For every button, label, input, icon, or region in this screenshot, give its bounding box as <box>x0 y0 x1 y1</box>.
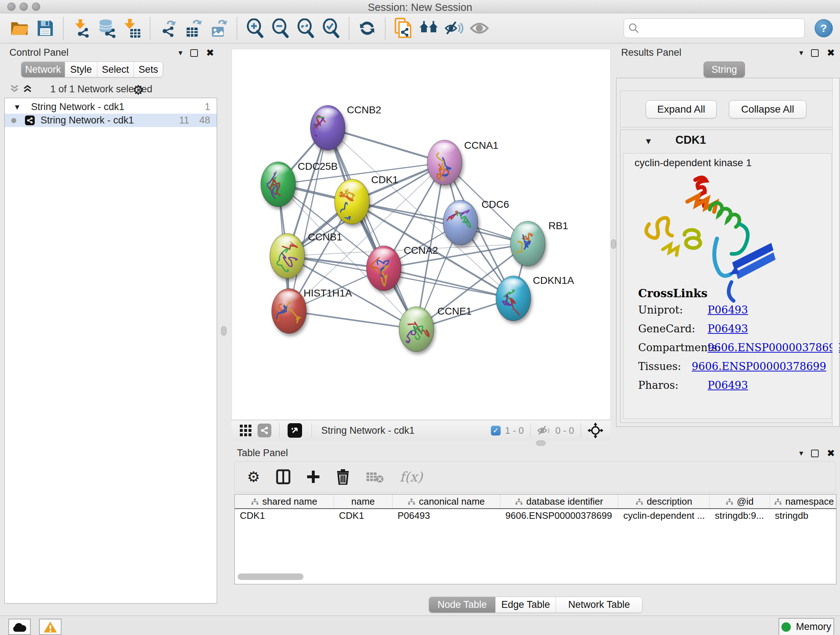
table-panel-menu-button[interactable]: ▾ <box>799 448 803 458</box>
column-header-database-identifier[interactable]: database identifier <box>500 494 618 508</box>
tab-node-table[interactable]: Node Table <box>429 597 496 613</box>
control-panel-menu-button[interactable]: ▾ <box>178 48 182 57</box>
results-panel-float-button[interactable] <box>811 49 819 57</box>
tab-network-table[interactable]: Network Table <box>556 597 642 613</box>
network-overview-icon[interactable] <box>257 424 271 437</box>
results-panel-menu-button[interactable]: ▾ <box>799 48 803 57</box>
zoom-in-button[interactable] <box>245 18 265 39</box>
column-header--id[interactable]: @id <box>710 494 770 508</box>
network-canvas[interactable]: CCNB2CCNA1CDC25BCDK1CDC6RB1CCNB1CCNA2CDK… <box>232 49 611 420</box>
network-node-CCNB2[interactable] <box>302 105 345 150</box>
current-network-name: String Network - cdk1 <box>321 425 415 436</box>
table-cell[interactable]: CDK1 <box>235 509 334 523</box>
network-node-CCNB1[interactable] <box>270 233 305 279</box>
crosslink-link[interactable]: 9606.ENSP00000378699 <box>692 360 826 372</box>
table-cell[interactable]: CDK1 <box>334 509 393 523</box>
crosslinks-title: CrossLinks <box>638 287 707 300</box>
save-session-button[interactable] <box>35 18 56 39</box>
delete-column-trash-icon[interactable] <box>336 469 350 485</box>
network-edge-CCNB2-CCNE1[interactable] <box>328 128 416 329</box>
tab-sets[interactable]: Sets <box>134 62 163 77</box>
copy-network-button[interactable] <box>393 18 414 39</box>
tree-expand-triangle-icon[interactable]: ▼ <box>13 103 21 111</box>
tab-edge-table[interactable]: Edge Table <box>496 597 556 613</box>
crosslink-link[interactable]: P06493 <box>707 304 748 316</box>
table-horizontal-scrollbar[interactable] <box>238 573 303 580</box>
network-node-CCNA2[interactable] <box>366 246 401 291</box>
show-columns-icon[interactable] <box>276 469 291 485</box>
refresh-view-button[interactable] <box>357 18 378 39</box>
section-collapse-triangle-icon[interactable]: ▼ <box>644 136 653 146</box>
table-cell[interactable]: stringdb <box>770 509 836 523</box>
column-header-description[interactable]: description <box>618 494 710 508</box>
hide-selected-button[interactable] <box>444 18 464 39</box>
memory-status-button[interactable]: Memory <box>778 618 834 635</box>
column-header-canonical-name[interactable]: canonical name <box>393 494 500 508</box>
results-panel-close-button[interactable]: ✖ <box>827 47 835 59</box>
table-panel-float-button[interactable] <box>811 450 819 457</box>
table-cell[interactable]: P06493 <box>393 509 500 523</box>
zoom-selected-button[interactable] <box>321 18 341 39</box>
open-session-button[interactable] <box>9 18 30 39</box>
table-cell[interactable]: 9606.ENSP00000378699 <box>500 509 618 523</box>
warning-status-button[interactable] <box>39 619 62 635</box>
tab-style[interactable]: Style <box>65 62 97 77</box>
collapse-all-button[interactable]: Collapse All <box>729 100 806 119</box>
delete-table-icon[interactable] <box>366 470 384 483</box>
network-node-CDC25B[interactable] <box>261 162 295 207</box>
table-settings-gear-icon[interactable]: ⚙ <box>247 469 260 485</box>
export-image-button[interactable] <box>208 18 229 39</box>
zoom-out-button[interactable] <box>270 18 291 39</box>
tab-network[interactable]: Network <box>21 62 65 77</box>
network-edge-HIST1H1A-CCNE1[interactable] <box>289 311 416 329</box>
houses-button[interactable] <box>418 18 439 39</box>
tab-select[interactable]: Select <box>97 62 134 77</box>
function-builder-icon[interactable]: f(x) <box>400 469 423 485</box>
results-scrollbar-track[interactable] <box>832 78 839 426</box>
search-box[interactable] <box>624 19 805 38</box>
open-view-in-window-icon[interactable] <box>287 423 302 438</box>
hidden-items-eye-icon[interactable] <box>537 425 551 436</box>
expand-all-button[interactable]: Expand All <box>646 100 717 119</box>
export-table-button[interactable] <box>183 18 204 39</box>
network-node-CDC6[interactable] <box>442 200 478 245</box>
search-input[interactable] <box>643 22 800 35</box>
control-panel-close-button[interactable]: ✖ <box>206 47 214 59</box>
import-network-from-database-button[interactable] <box>96 18 117 39</box>
network-node-RB1[interactable] <box>510 221 545 266</box>
vertical-splitter-grip[interactable] <box>221 326 226 336</box>
selected-items-checkbox-icon[interactable]: ✓ <box>491 426 501 435</box>
cloud-status-button[interactable] <box>8 619 31 635</box>
import-table-from-file-button[interactable] <box>122 18 142 39</box>
network-node-HIST1H1A[interactable] <box>271 288 306 333</box>
statusbar-divider <box>279 423 279 438</box>
zoom-fit-content-button[interactable] <box>295 18 316 39</box>
export-network-button[interactable] <box>158 18 179 39</box>
crosslink-link[interactable]: 9606.ENSP00000378699 <box>707 341 840 354</box>
column-header-shared-name[interactable]: shared name <box>235 494 334 508</box>
network-collection-row[interactable]: ▼ String Network - cdk1 1 <box>5 100 217 114</box>
network-options-gear-icon[interactable]: ⚙ <box>133 82 144 98</box>
table-cell[interactable]: stringdb:9... <box>710 509 770 523</box>
crosslink-link[interactable]: P06493 <box>707 323 748 335</box>
network-node-CCNE1[interactable] <box>399 307 434 352</box>
column-header-namespace[interactable]: namespace <box>770 494 836 508</box>
horizontal-splitter-grip[interactable] <box>536 440 546 446</box>
network-edge-CCNB2-CCNA1[interactable] <box>328 128 445 163</box>
create-column-plus-icon[interactable] <box>306 470 320 484</box>
birds-eye-grid-icon[interactable] <box>240 424 252 437</box>
crosslink-link[interactable]: P06493 <box>707 379 748 391</box>
network-node-CCNA1[interactable] <box>427 140 462 186</box>
table-cell[interactable]: cyclin-dependent ... <box>618 509 710 523</box>
table-panel-close-button[interactable]: ✖ <box>827 448 835 459</box>
column-header-name[interactable]: name <box>334 494 393 508</box>
import-network-from-file-button[interactable] <box>71 18 92 39</box>
control-panel-float-button[interactable] <box>190 49 198 57</box>
tab-string[interactable]: String <box>704 62 745 78</box>
center-view-crosshair-icon[interactable] <box>587 423 603 439</box>
network-edge-CCNA2-CDKN1A[interactable] <box>384 268 513 298</box>
network-node-CDKN1A[interactable] <box>496 276 531 321</box>
show-eye-button[interactable] <box>469 18 490 39</box>
network-row-selected[interactable]: String Network - cdk1 11 48 <box>5 114 217 127</box>
help-button[interactable]: ? <box>815 19 833 37</box>
